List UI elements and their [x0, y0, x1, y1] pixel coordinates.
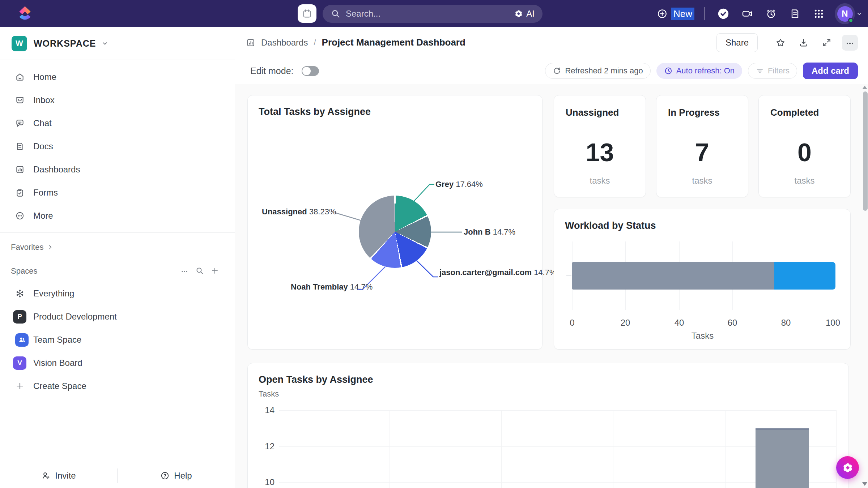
x-tick: 80 — [775, 318, 797, 328]
more-circle-icon — [15, 211, 25, 221]
page-header-actions: Share — [716, 27, 858, 58]
dashboard-toolbar: Edit mode: Refreshed 2 mins ago Auto ref — [235, 58, 868, 84]
sidebar-item-label: Product Development — [33, 312, 117, 322]
sidebar-item-docs[interactable]: Docs — [0, 135, 235, 158]
sidebar-item-vision-board[interactable]: V Vision Board — [0, 351, 235, 374]
sidebar-item-dashboards[interactable]: Dashboards — [0, 158, 235, 181]
refresh-status-pill[interactable]: Refreshed 2 mins ago — [545, 63, 650, 79]
edit-mode-toggle[interactable] — [302, 66, 319, 76]
spaces-search-icon[interactable] — [195, 266, 204, 275]
new-button[interactable]: New — [657, 6, 694, 22]
invite-button[interactable]: Invite — [0, 463, 117, 488]
workload-segment-gray[interactable] — [572, 262, 774, 290]
calendar-button[interactable] — [298, 4, 316, 23]
spaces-add-icon[interactable] — [210, 266, 219, 275]
slice-pct: 14.7% — [534, 268, 556, 277]
pie[interactable] — [359, 196, 431, 268]
slice-name: Unassigned — [262, 207, 307, 216]
chevron-right-icon — [47, 244, 54, 251]
sidebar-item-label: Home — [33, 72, 56, 82]
sidebar-item-create-space[interactable]: Create Space — [0, 374, 235, 398]
ai-fab-button[interactable] — [836, 456, 859, 479]
chevron-down-icon — [856, 10, 863, 17]
sidebar-item-everything[interactable]: Everything — [0, 282, 235, 305]
notepad-button[interactable] — [786, 0, 804, 27]
sidebar-item-product-development[interactable]: P Product Development — [0, 305, 235, 328]
card-workload-by-status: Workload by Status 0 20 40 60 80 100 Tas… — [554, 209, 851, 350]
filters-label: Filters — [768, 66, 790, 76]
invite-label: Invite — [55, 471, 76, 481]
workload-segment-blue[interactable] — [774, 262, 835, 290]
apps-grid-button[interactable] — [809, 0, 828, 27]
favorites-section[interactable]: Favorites — [11, 243, 54, 252]
slice-pct: 17.64% — [456, 180, 483, 189]
scrollbar-down-arrow[interactable] — [862, 482, 867, 486]
forms-icon — [15, 188, 25, 197]
search-input[interactable] — [346, 9, 508, 19]
ai-label: AI — [526, 9, 535, 19]
add-card-button[interactable]: Add card — [803, 63, 858, 79]
stat-card-unassigned: Unassigned 13 tasks — [554, 95, 646, 197]
open-tasks-bar[interactable] — [756, 428, 809, 488]
sidebar-item-label: Everything — [33, 288, 74, 299]
sidebar-item-inbox[interactable]: Inbox — [0, 89, 235, 112]
filters-pill[interactable]: Filters — [748, 63, 797, 79]
slice-name: jason.carter@gmail.com — [439, 268, 532, 277]
workspace-switcher[interactable]: W WORKSPACE — [0, 27, 235, 60]
download-button[interactable] — [796, 35, 812, 51]
topbar-divider — [704, 7, 705, 20]
gridline — [279, 410, 279, 488]
spaces-more-icon[interactable] — [180, 266, 189, 275]
sidebar-item-more[interactable]: More — [0, 204, 235, 227]
pie-callout-jason: jason.carter@gmail.com 14.7% — [439, 267, 559, 278]
y-axis-tick — [566, 275, 571, 276]
toggle-knob — [302, 67, 311, 75]
sidebar-item-label: Inbox — [33, 95, 55, 105]
dashboards-icon — [15, 165, 25, 174]
breadcrumb-root[interactable]: Dashboards — [261, 38, 308, 48]
x-tick: 40 — [668, 318, 690, 328]
card-title: Workload by Status — [565, 220, 656, 231]
card-title: Total Tasks by Assignee — [259, 106, 371, 117]
sidebar-item-team-space[interactable]: Team Space — [0, 328, 235, 351]
user-menu[interactable]: N — [835, 3, 863, 25]
invite-person-icon — [41, 471, 51, 480]
record-video-button[interactable] — [738, 0, 757, 27]
stat-unit: tasks — [554, 176, 646, 186]
app-root: AI New — [0, 0, 868, 488]
chat-bubble-icon — [15, 119, 25, 128]
dashboards-breadcrumb-icon — [246, 38, 255, 47]
scrollbar-up-arrow[interactable] — [862, 86, 867, 89]
auto-refresh-pill[interactable]: Auto refresh: On — [656, 63, 742, 79]
dashboard-content: Total Tasks by Assignee Grey 17.64% John… — [235, 84, 868, 488]
workspace-avatar: W — [12, 36, 27, 51]
help-button[interactable]: Help — [118, 463, 235, 488]
sidebar-item-chat[interactable]: Chat — [0, 112, 235, 135]
global-search: AI — [323, 5, 542, 23]
gridline — [836, 410, 837, 488]
reminders-button[interactable] — [762, 0, 780, 27]
chevron-down-icon — [101, 39, 109, 47]
slice-pct: 14.7% — [350, 282, 373, 291]
tasks-check-button[interactable] — [714, 0, 733, 27]
gridline — [279, 446, 836, 447]
slice-pct: 38.23% — [309, 207, 336, 216]
x-axis-label: Tasks — [572, 331, 833, 341]
page-title: Project Management Dashboard — [322, 37, 465, 48]
refresh-status-label: Refreshed 2 mins ago — [565, 66, 643, 76]
page-header: Dashboards / Project Management Dashboar… — [235, 27, 868, 58]
share-button[interactable]: Share — [716, 33, 758, 52]
sidebar-item-home[interactable]: Home — [0, 65, 235, 89]
favorites-label: Favorites — [11, 243, 43, 252]
scrollbar-thumb[interactable] — [863, 91, 868, 211]
ai-button[interactable]: AI — [508, 9, 542, 19]
plus-icon — [15, 381, 25, 391]
breadcrumb-separator: / — [314, 38, 316, 47]
workload-stacked-bar[interactable] — [572, 262, 835, 290]
more-actions-button[interactable] — [842, 35, 858, 51]
breadcrumb: Dashboards / Project Management Dashboar… — [246, 27, 465, 58]
sidebar-item-forms[interactable]: Forms — [0, 181, 235, 204]
fullscreen-button[interactable] — [819, 35, 835, 51]
space-avatar: V — [13, 356, 26, 370]
favorite-star-button[interactable] — [773, 35, 788, 51]
